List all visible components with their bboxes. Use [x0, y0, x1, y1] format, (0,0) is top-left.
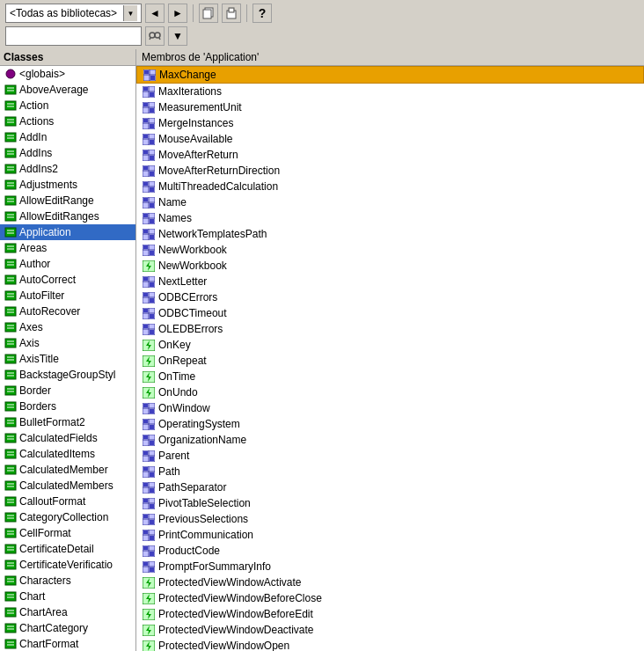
- sidebar-item-AllowEditRange[interactable]: AllowEditRange: [0, 193, 135, 208]
- member-item-ProductCode[interactable]: ProductCode: [136, 543, 644, 559]
- member-item-MergeInstances[interactable]: MergeInstances: [136, 115, 644, 131]
- sidebar-item-Adjustments[interactable]: Adjustments: [0, 177, 135, 193]
- sidebar-item-Axis[interactable]: Axis: [0, 335, 135, 351]
- help-button[interactable]: ?: [252, 4, 272, 23]
- paste-button[interactable]: [222, 4, 241, 23]
- sidebar-item-CellFormat[interactable]: CellFormat: [0, 525, 135, 541]
- back-button[interactable]: ◄: [145, 4, 165, 23]
- sidebar-item-CalculatedMembers[interactable]: CalculatedMembers: [0, 478, 135, 494]
- member-item-PrintCommunication[interactable]: PrintCommunication: [136, 527, 644, 543]
- sidebar-item-ChartArea[interactable]: ChartArea: [0, 604, 135, 620]
- sidebar-item-BackstageGroupStyle[interactable]: BackstageGroupStyl: [0, 367, 135, 383]
- sidebar-item-Border[interactable]: Border: [0, 383, 135, 399]
- member-item-MouseAvailable[interactable]: MouseAvailable: [136, 131, 644, 147]
- member-item-ProtectedViewWindowOpen[interactable]: ProtectedViewWindowOpen: [136, 638, 644, 651]
- member-item-ProtectedViewWindowBeforeEdit[interactable]: ProtectedViewWindowBeforeEdit: [136, 606, 644, 622]
- sidebar-item-CalculatedItems[interactable]: CalculatedItems: [0, 446, 135, 462]
- svg-rect-92: [5, 513, 16, 522]
- member-item-MoveAfterReturnDirection[interactable]: MoveAfterReturnDirection: [136, 163, 644, 179]
- classes-list[interactable]: <globais>AboveAverageActionActionsAddInA…: [0, 66, 135, 651]
- sidebar-item-ChartCategory[interactable]: ChartCategory: [0, 620, 135, 636]
- library-dropdown-arrow[interactable]: ▼: [123, 5, 137, 21]
- sidebar-item-AutoRecover[interactable]: AutoRecover: [0, 304, 135, 319]
- member-item-ODBCErrors[interactable]: ODBCErrors: [136, 289, 644, 305]
- sidebar-item-AxisTitle[interactable]: AxisTitle: [0, 351, 135, 367]
- library-dropdown[interactable]: <Todas as bibliotecas> ▼: [5, 4, 142, 23]
- member-item-ODBCTimeout[interactable]: ODBCTimeout: [136, 305, 644, 321]
- svg-rect-35: [5, 212, 16, 221]
- sidebar-item-Actions[interactable]: Actions: [0, 113, 135, 129]
- member-item-PromptForSummaryInfo[interactable]: PromptForSummaryInfo: [136, 559, 644, 574]
- sidebar-item-ChartFormat[interactable]: ChartFormat: [0, 636, 135, 651]
- member-item-MultiThreadedCalculation[interactable]: MultiThreadedCalculation: [136, 179, 644, 194]
- member-item-ProtectedViewWindowDeactivate[interactable]: ProtectedViewWindowDeactivate: [136, 622, 644, 638]
- member-item-PivotTableSelection[interactable]: PivotTableSelection: [136, 495, 644, 511]
- member-item-NextLetter[interactable]: NextLetter: [136, 274, 644, 289]
- sidebar-item-AboveAverage[interactable]: AboveAverage: [0, 82, 135, 98]
- sidebar-item-AutoFilter[interactable]: AutoFilter: [0, 288, 135, 304]
- member-item-Parent[interactable]: Parent: [136, 448, 644, 464]
- sidebar-item-CategoryCollection[interactable]: CategoryCollection: [0, 509, 135, 525]
- svg-rect-163: [143, 182, 148, 186]
- search-combo[interactable]: [5, 26, 142, 46]
- member-item-MaxChange[interactable]: MaxChange: [136, 66, 644, 84]
- sidebar-item-Application[interactable]: Application: [0, 224, 135, 240]
- member-item-NewWorkbook2[interactable]: NewWorkbook: [136, 258, 644, 274]
- sidebar-item-CalculatedMember[interactable]: CalculatedMember: [0, 462, 135, 478]
- search-input[interactable]: [10, 30, 142, 42]
- sidebar-item-Action[interactable]: Action: [0, 98, 135, 113]
- member-item-OLEDBErrors[interactable]: OLEDBErrors: [136, 321, 644, 337]
- sidebar-item-CertificateDetail[interactable]: CertificateDetail: [0, 541, 135, 557]
- right-panel-header: Membros de 'Application': [136, 49, 644, 65]
- sidebar-item-CalculatedFields[interactable]: CalculatedFields: [0, 430, 135, 446]
- member-item-OnWindow[interactable]: OnWindow: [136, 400, 644, 416]
- member-icon-NextLetter: [142, 274, 156, 289]
- copy-button[interactable]: [199, 4, 218, 23]
- member-item-OnRepeat[interactable]: OnRepeat: [136, 353, 644, 369]
- member-label-OnRepeat: OnRepeat: [158, 355, 207, 367]
- member-item-OnKey[interactable]: OnKey: [136, 337, 644, 353]
- sidebar-item-Areas[interactable]: Areas: [0, 240, 135, 256]
- dropdown-button[interactable]: ▼: [168, 26, 187, 46]
- sidebar-item-AddIns2[interactable]: AddIns2: [0, 161, 135, 177]
- member-item-OnTime[interactable]: OnTime: [136, 369, 644, 384]
- sidebar-item-Chart[interactable]: Chart: [0, 589, 135, 604]
- sidebar-item-CalloutFormat[interactable]: CalloutFormat: [0, 494, 135, 509]
- member-item-Path[interactable]: Path: [136, 464, 644, 479]
- sidebar-item-Author[interactable]: Author: [0, 256, 135, 272]
- member-item-OperatingSystem[interactable]: OperatingSystem: [136, 416, 644, 432]
- member-item-PreviousSelections[interactable]: PreviousSelections: [136, 511, 644, 527]
- search-button[interactable]: [145, 26, 165, 46]
- member-item-PathSeparator[interactable]: PathSeparator: [136, 479, 644, 495]
- sidebar-item-Borders[interactable]: Borders: [0, 399, 135, 414]
- member-item-ProtectedViewWindowActivate[interactable]: ProtectedViewWindowActivate: [136, 574, 644, 590]
- member-item-ProtectedViewWindowBeforeClose[interactable]: ProtectedViewWindowBeforeClose: [136, 590, 644, 606]
- member-item-MeasurementUnit[interactable]: MeasurementUnit: [136, 99, 644, 115]
- members-list[interactable]: MaxChangeMaxIterationsMeasurementUnitMer…: [136, 66, 644, 651]
- svg-rect-62: [5, 355, 16, 363]
- svg-rect-149: [150, 140, 154, 144]
- member-item-Name[interactable]: Name: [136, 194, 644, 210]
- sidebar-item-CertificateVerification[interactable]: CertificateVerificatio: [0, 557, 135, 573]
- sidebar-item-AddIns[interactable]: AddIns: [0, 145, 135, 161]
- member-icon-Name: [142, 195, 156, 209]
- sidebar-item-AutoCorrect[interactable]: AutoCorrect: [0, 272, 135, 288]
- svg-rect-248: [143, 499, 148, 502]
- member-label-Names: Names: [158, 212, 192, 224]
- member-item-NetworkTemplatesPath[interactable]: NetworkTemplatesPath: [136, 226, 644, 242]
- sidebar-item-globals[interactable]: <globais>: [0, 66, 135, 82]
- sidebar-item-Characters[interactable]: Characters: [0, 573, 135, 589]
- member-item-MaxIterations[interactable]: MaxIterations: [136, 84, 644, 99]
- member-item-OnUndo[interactable]: OnUndo: [136, 384, 644, 400]
- sidebar-item-AddIn[interactable]: AddIn: [0, 129, 135, 145]
- forward-button[interactable]: ►: [168, 4, 187, 23]
- member-item-NewWorkbook1[interactable]: NewWorkbook: [136, 242, 644, 258]
- member-item-MoveAfterReturn[interactable]: MoveAfterReturn: [136, 147, 644, 163]
- svg-rect-239: [150, 472, 154, 477]
- sidebar-item-AllowEditRanges[interactable]: AllowEditRanges: [0, 208, 135, 224]
- member-item-OrganizationName[interactable]: OrganizationName: [136, 432, 644, 448]
- sidebar-item-BulletFormat2[interactable]: BulletFormat2: [0, 414, 135, 430]
- sidebar-item-Axes[interactable]: Axes: [0, 319, 135, 335]
- member-item-Names[interactable]: Names: [136, 210, 644, 226]
- svg-line-8: [159, 38, 160, 40]
